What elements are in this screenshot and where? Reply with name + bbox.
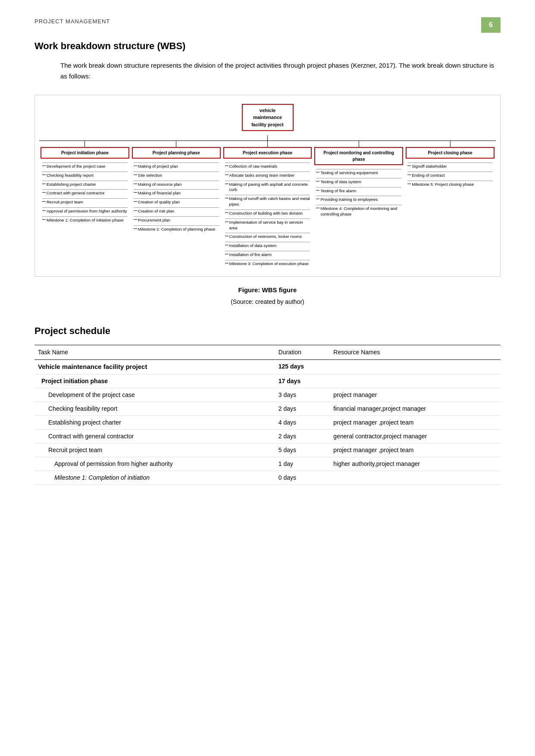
table-row: Development of the project case3 dayspro… (34, 388, 501, 402)
wbs-root: vehicle maintenance facility project (242, 104, 294, 131)
intro-text: The work break down structure represents… (60, 60, 501, 82)
resources-cell (330, 360, 501, 375)
wbs-diagram: vehicle maintenance facility project Pro… (34, 95, 501, 277)
task-name-cell: Establishing project charter (34, 415, 275, 429)
duration-cell: 1 day (275, 457, 330, 471)
header-label: PROJECT MANAGEMENT (34, 17, 501, 26)
table-row: Approval of permission from higher autho… (34, 457, 501, 471)
duration-cell: 17 days (275, 374, 330, 388)
table-row: Vehicle maintenance facility project125 … (34, 360, 501, 375)
phase-execution: Project execution phase (223, 147, 312, 159)
schedule-section: Project schedule Task Name Duration Reso… (34, 324, 501, 485)
col-task-name: Task Name (34, 345, 275, 360)
task-name-cell: Milestone 1: Completion of initiation (34, 471, 275, 484)
task-name-cell: Project initiation phase (34, 374, 275, 388)
duration-cell: 2 days (275, 429, 330, 443)
closing-items: Signoff stakeholder Ending of contract M… (406, 161, 494, 188)
col-resources: Resource Names (330, 345, 501, 360)
resources-cell: general contractor,project manager (330, 429, 501, 443)
table-row: Contract with general contractor2 daysge… (34, 429, 501, 443)
duration-cell: 125 days (275, 360, 330, 375)
monitoring-items: Testing of servicing equipement Testing … (314, 168, 403, 218)
resources-cell: project manager (330, 388, 501, 402)
task-name-cell: Development of the project case (34, 388, 275, 402)
execution-items: Collection of raw maetrials Allocate tas… (223, 161, 312, 268)
col-duration: Duration (275, 345, 330, 360)
duration-cell: 5 days (275, 443, 330, 457)
task-name-cell: Checking feasibility report (34, 402, 275, 415)
table-row: Establishing project charter4 daysprojec… (34, 415, 501, 429)
planning-items: Making of project plan Site selection Ma… (132, 161, 221, 233)
task-name-cell: Recruit project team (34, 443, 275, 457)
resources-cell: project manager ,project team (330, 415, 501, 429)
resources-cell: project manager ,project team (330, 443, 501, 457)
phase-initiation: Project initiation phase (41, 147, 129, 159)
figure-caption: Figure: WBS figure (34, 285, 501, 295)
resources-cell: financial manager,project manager (330, 402, 501, 415)
table-row: Milestone 1: Completion of initiation0 d… (34, 471, 501, 484)
resources-cell (330, 471, 501, 484)
table-row: Checking feasibility report2 daysfinanci… (34, 402, 501, 415)
task-name-cell: Vehicle maintenance facility project (34, 360, 275, 375)
figure-source: (Source: created by author) (34, 297, 501, 306)
schedule-title: Project schedule (34, 324, 501, 338)
wbs-title: Work breakdown structure (WBS) (34, 39, 501, 53)
duration-cell: 3 days (275, 388, 330, 402)
resources-cell (330, 374, 501, 388)
task-name-cell: Contract with general contractor (34, 429, 275, 443)
duration-cell: 0 days (275, 471, 330, 484)
table-row: Project initiation phase17 days (34, 374, 501, 388)
resources-cell: higher authority,project manager (330, 457, 501, 471)
phase-closing: Project closing phase (406, 147, 494, 159)
phase-monitoring: Project monitoring and controlling phase (314, 147, 403, 165)
duration-cell: 4 days (275, 415, 330, 429)
table-row: Recruit project team5 daysproject manage… (34, 443, 501, 457)
phase-planning: Project planning phase (132, 147, 221, 159)
schedule-table: Task Name Duration Resource Names Vehicl… (34, 345, 501, 485)
page-number: 6 (481, 17, 501, 33)
duration-cell: 2 days (275, 402, 330, 415)
initiation-items: Development of the project case Checking… (41, 161, 129, 224)
task-name-cell: Approval of permission from higher autho… (34, 457, 275, 471)
